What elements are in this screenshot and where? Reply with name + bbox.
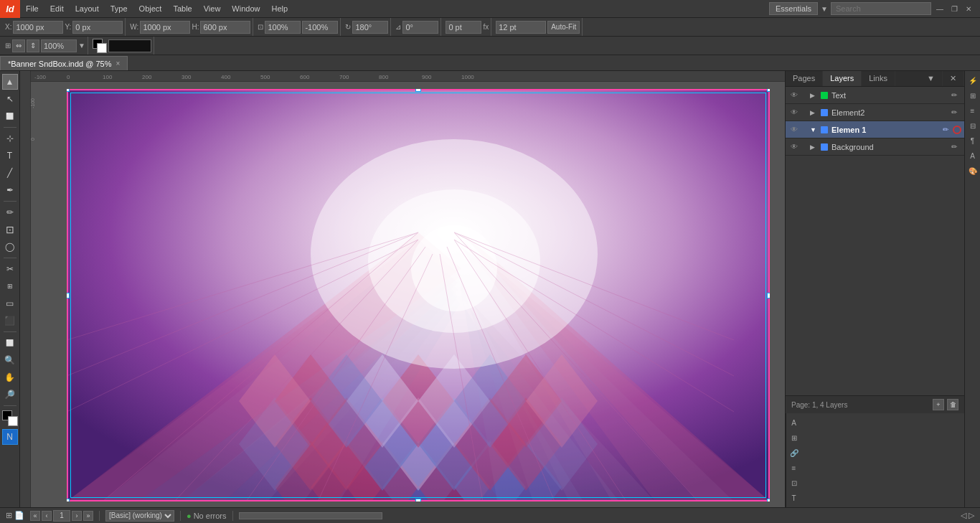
gap-tool[interactable]: ⊹ bbox=[2, 131, 18, 146]
layer-expand-elemen1[interactable]: ▼ bbox=[810, 126, 819, 133]
free-transform-tool[interactable]: ⊞ bbox=[2, 278, 18, 294]
h-input[interactable] bbox=[200, 21, 250, 34]
style-input[interactable] bbox=[496, 21, 546, 34]
handle-ml[interactable] bbox=[67, 293, 70, 298]
flip-h-button[interactable]: ⇔ bbox=[12, 39, 25, 52]
view-mode-button[interactable]: N bbox=[2, 429, 18, 445]
w-input[interactable] bbox=[140, 21, 190, 34]
layer-pencil-background[interactable]: ✏ bbox=[951, 143, 961, 151]
menu-type[interactable]: Type bbox=[105, 0, 133, 17]
layer-pencil-element2[interactable]: ✏ bbox=[951, 108, 961, 116]
x-input[interactable] bbox=[13, 21, 63, 34]
nav-first-button[interactable]: « bbox=[30, 511, 40, 521]
background-color[interactable] bbox=[97, 43, 107, 53]
layer-pencil-elemen1[interactable]: ✏ bbox=[943, 126, 953, 133]
nav-next-button[interactable]: › bbox=[72, 511, 82, 521]
shear-input[interactable] bbox=[402, 21, 438, 34]
char-button[interactable]: A bbox=[966, 149, 979, 162]
strip-btn-3[interactable]: 🔗 bbox=[788, 446, 801, 459]
handle-tr[interactable] bbox=[767, 89, 770, 92]
page-style-select[interactable]: [Basic] (working) bbox=[105, 510, 174, 522]
essentials-button[interactable]: Essentials bbox=[769, 2, 818, 15]
y-input[interactable] bbox=[72, 21, 123, 34]
pencil-tool[interactable]: ✏ bbox=[2, 204, 18, 220]
panel-menu-btn[interactable]: ▼ bbox=[920, 71, 943, 86]
gradient-tool[interactable]: ⬛ bbox=[2, 313, 18, 329]
strip-btn-4[interactable]: ≡ bbox=[788, 461, 801, 474]
handle-tl[interactable] bbox=[67, 89, 70, 92]
layer-visibility-background[interactable]: 👁 bbox=[788, 141, 800, 153]
eyedropper-tool[interactable]: 🔍 bbox=[2, 352, 18, 368]
layer-lock-elemen1[interactable] bbox=[800, 125, 810, 135]
opacity-input[interactable] bbox=[41, 39, 77, 52]
rotate-input[interactable] bbox=[352, 21, 388, 34]
handle-mr[interactable] bbox=[767, 293, 770, 298]
align-button[interactable]: ≡ bbox=[966, 104, 979, 117]
auto-fit-button[interactable]: Auto-Fit bbox=[547, 21, 580, 34]
menu-view[interactable]: View bbox=[198, 0, 227, 17]
menu-table[interactable]: Table bbox=[167, 0, 197, 17]
panel-expand-btn[interactable]: ✕ bbox=[943, 71, 964, 86]
spacing-button[interactable]: ⊟ bbox=[966, 119, 979, 132]
para-button[interactable]: ¶ bbox=[966, 134, 979, 147]
hand-tool[interactable]: ✋ bbox=[2, 369, 18, 385]
apps-button[interactable]: ⊞ bbox=[966, 89, 979, 102]
menu-object[interactable]: Object bbox=[133, 0, 168, 17]
layer-expand-text[interactable]: ▶ bbox=[810, 92, 819, 99]
layer-visibility-elemen1[interactable]: 👁 bbox=[788, 124, 800, 136]
stroke-width-input[interactable] bbox=[446, 21, 481, 34]
scissors-tool[interactable]: ✂ bbox=[2, 261, 18, 277]
tab-close-button[interactable]: × bbox=[116, 60, 120, 67]
scale-y-input[interactable] bbox=[302, 21, 338, 34]
strip-btn-2[interactable]: ⊞ bbox=[788, 431, 801, 444]
layer-visibility-element2[interactable]: 👁 bbox=[788, 107, 800, 118]
search-input[interactable] bbox=[831, 2, 931, 15]
pen-tool[interactable]: ✒ bbox=[2, 182, 18, 198]
layer-item-element2[interactable]: 👁 ▶ Element2 ✏ bbox=[786, 104, 964, 121]
links-tab[interactable]: Links bbox=[862, 71, 895, 86]
swatch-button[interactable]: 🎨 bbox=[966, 164, 979, 177]
strip-btn-6[interactable]: T bbox=[788, 491, 801, 504]
layer-expand-background[interactable]: ▶ bbox=[810, 143, 819, 151]
layer-pencil-text[interactable]: ✏ bbox=[951, 91, 961, 99]
layer-visibility-text[interactable]: 👁 bbox=[788, 90, 800, 101]
delete-layer-button[interactable]: 🗑 bbox=[947, 399, 958, 410]
layer-expand-element2[interactable]: ▶ bbox=[810, 109, 819, 116]
layer-item-elemen1[interactable]: 👁 ▼ Elemen 1 ✏ bbox=[786, 121, 964, 138]
menu-edit[interactable]: Edit bbox=[44, 0, 70, 17]
select-tool[interactable]: ▲ bbox=[2, 74, 18, 90]
new-layer-button[interactable]: + bbox=[933, 399, 944, 410]
restore-button[interactable]: ❐ bbox=[948, 3, 960, 14]
nav-prev-button[interactable]: ‹ bbox=[42, 511, 52, 521]
minimize-button[interactable]: — bbox=[934, 3, 946, 14]
line-tool[interactable]: ╱ bbox=[2, 165, 18, 181]
type-tool[interactable]: T bbox=[2, 148, 18, 164]
workspace[interactable]: -100 0 bbox=[31, 82, 785, 507]
layer-lock-text[interactable] bbox=[800, 90, 810, 100]
rect-frame-tool[interactable]: ⊡ bbox=[2, 222, 18, 237]
handle-bm[interactable] bbox=[415, 499, 421, 501]
menu-help[interactable]: Help bbox=[265, 0, 293, 17]
direct-select-tool[interactable]: ↖ bbox=[2, 91, 18, 107]
menu-layout[interactable]: Layout bbox=[70, 0, 105, 17]
active-tab[interactable]: *Banner SndBox.indd @ 75% × bbox=[0, 56, 128, 70]
layer-lock-background[interactable] bbox=[800, 142, 810, 152]
handle-tm[interactable] bbox=[415, 89, 421, 92]
layers-tab[interactable]: Layers bbox=[823, 71, 862, 86]
rect-tool[interactable]: ▭ bbox=[2, 296, 18, 311]
tool-bg-color[interactable] bbox=[8, 416, 18, 426]
pages-tab[interactable]: Pages bbox=[786, 71, 823, 86]
layer-item-background[interactable]: 👁 ▶ Background ✏ bbox=[786, 138, 964, 156]
page-number-input[interactable] bbox=[53, 510, 70, 522]
ellipse-frame-tool[interactable]: ◯ bbox=[2, 239, 18, 255]
strip-btn-5[interactable]: ⊡ bbox=[788, 476, 801, 489]
menu-file[interactable]: File bbox=[20, 0, 44, 17]
menu-window[interactable]: Window bbox=[226, 0, 265, 17]
handle-br[interactable] bbox=[767, 499, 770, 501]
zoom-tool[interactable]: 🔎 bbox=[2, 387, 18, 402]
layer-lock-element2[interactable] bbox=[800, 108, 810, 118]
close-button[interactable]: ✕ bbox=[963, 3, 974, 14]
handle-bl[interactable] bbox=[67, 499, 70, 501]
scale-x-input[interactable] bbox=[265, 21, 301, 34]
flip-v-button[interactable]: ⇕ bbox=[27, 39, 39, 52]
